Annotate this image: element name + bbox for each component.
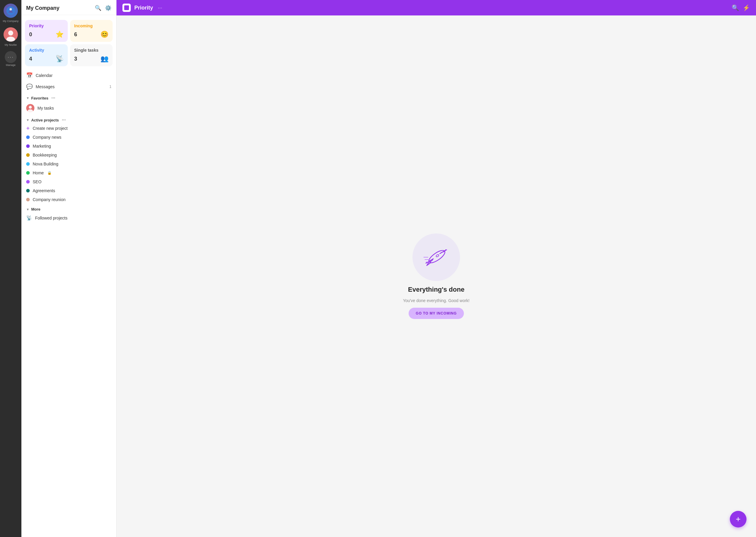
- plane-illustration: [413, 233, 460, 281]
- company-news-label: Company news: [33, 135, 62, 140]
- activity-card-label: Activity: [29, 48, 64, 53]
- messages-label: Messages: [36, 84, 55, 89]
- incoming-icon: 😊: [101, 31, 109, 38]
- settings-button[interactable]: ⚙️: [105, 5, 111, 11]
- single-tasks-icon: 👥: [101, 55, 109, 63]
- activity-count: 4: [29, 56, 32, 62]
- priority-count: 0: [29, 31, 32, 38]
- empty-state: Everything's done You've done everything…: [403, 233, 469, 319]
- home-dot: [26, 171, 30, 175]
- nova-building-dot: [26, 162, 30, 166]
- manage-label: Manage: [6, 63, 16, 66]
- more-label: More: [31, 207, 40, 212]
- bookkeeping-label: Bookkeeping: [33, 153, 57, 157]
- incoming-card[interactable]: Incoming 6 😊: [70, 20, 113, 42]
- incoming-card-label: Incoming: [74, 23, 109, 28]
- favorites-more-icon[interactable]: ···: [51, 95, 55, 101]
- sidebar-actions: 🔍 ⚙️: [95, 5, 111, 11]
- topbar: Priority ··· 🔍 ⚡: [116, 0, 756, 16]
- home-label: Home: [33, 171, 44, 175]
- topbar-search-icon[interactable]: 🔍: [732, 4, 739, 11]
- messages-icon: 💬: [26, 83, 33, 90]
- app-logo: [122, 4, 131, 12]
- company-news-dot: [26, 136, 30, 139]
- svg-point-3: [8, 31, 13, 36]
- user-avatar[interactable]: [4, 27, 18, 42]
- cards-grid: Priority 0 ⭐ Incoming 6 😊 Activity 4: [22, 18, 116, 70]
- agreements-item[interactable]: Agreements: [22, 186, 116, 195]
- create-project-label: Create new project: [33, 126, 68, 131]
- nav-calendar[interactable]: 📅 Calendar: [22, 70, 116, 81]
- search-button[interactable]: 🔍: [95, 5, 101, 11]
- my-tasks-item[interactable]: My tasks: [22, 102, 116, 114]
- more-header: ▼ More: [22, 204, 116, 213]
- activity-icon: 📡: [56, 55, 64, 63]
- svg-point-9: [436, 254, 439, 258]
- active-projects-header: ▼ Active projects ···: [22, 114, 116, 124]
- marketing-item[interactable]: Marketing: [22, 142, 116, 150]
- incoming-count: 6: [74, 31, 77, 38]
- company-reunion-label: Company reunion: [33, 197, 66, 202]
- active-projects-chevron: ▼: [26, 118, 29, 122]
- topbar-title: Priority: [134, 5, 153, 11]
- single-tasks-count: 3: [74, 56, 77, 62]
- marketing-dot: [26, 145, 30, 148]
- nav-messages[interactable]: 💬 Messages 1: [22, 81, 116, 92]
- priority-card-label: Priority: [29, 23, 64, 28]
- followed-projects-label: Followed projects: [35, 216, 67, 220]
- more-chevron: ▼: [26, 208, 29, 211]
- marketing-label: Marketing: [33, 144, 51, 148]
- seo-label: SEO: [33, 180, 42, 184]
- active-projects-label: Active projects: [31, 118, 59, 122]
- sidebar-header: My Company 🔍 ⚙️: [22, 0, 116, 15]
- single-tasks-card-label: Single tasks: [74, 48, 109, 53]
- content-area: Everything's done You've done everything…: [116, 16, 756, 537]
- main-content: Priority ··· 🔍 ⚡: [116, 0, 756, 537]
- seo-dot: [26, 180, 30, 184]
- create-project-item[interactable]: + Create new project: [22, 124, 116, 133]
- manage-button[interactable]: ··· Manage: [5, 51, 17, 66]
- priority-icon: ⭐: [56, 31, 64, 38]
- go-to-incoming-button[interactable]: GO TO MY INCOMING: [409, 308, 464, 319]
- single-tasks-card[interactable]: Single tasks 3 👥: [70, 44, 113, 66]
- plus-icon: +: [26, 127, 30, 130]
- empty-title: Everything's done: [408, 286, 465, 293]
- sidebar: My Company 🔍 ⚙️ Priority 0 ⭐ Incoming 6 …: [22, 0, 116, 537]
- company-news-item[interactable]: Company news: [22, 133, 116, 142]
- favorites-label: Favorites: [31, 96, 48, 101]
- lock-icon: 🔒: [47, 171, 52, 175]
- svg-point-6: [29, 106, 32, 109]
- messages-badge: 1: [110, 85, 111, 89]
- priority-card[interactable]: Priority 0 ⭐: [25, 20, 68, 42]
- calendar-icon: 📅: [26, 72, 33, 79]
- favorites-header: ▼ Favorites ···: [22, 92, 116, 102]
- sidebar-title: My Company: [26, 5, 60, 11]
- company-avatar[interactable]: [4, 4, 18, 18]
- calendar-label: Calendar: [36, 73, 53, 78]
- bookkeeping-dot: [26, 153, 30, 157]
- agreements-dot: [26, 189, 30, 192]
- topbar-filter-icon[interactable]: ⚡: [743, 4, 750, 11]
- svg-point-1: [10, 8, 12, 10]
- company-reunion-item[interactable]: Company reunion: [22, 195, 116, 204]
- active-projects-more-icon[interactable]: ···: [62, 117, 66, 123]
- company-label: My Company: [3, 20, 19, 22]
- fab-button[interactable]: +: [730, 511, 746, 527]
- agreements-label: Agreements: [33, 188, 55, 193]
- left-rail: My Company My Nozbe ··· Manage: [0, 0, 22, 537]
- nozbe-label: My Nozbe: [5, 43, 17, 46]
- activity-card[interactable]: Activity 4 📡: [25, 44, 68, 66]
- nova-building-label: Nova Building: [33, 162, 58, 166]
- bookkeeping-item[interactable]: Bookkeeping: [22, 150, 116, 159]
- home-item[interactable]: Home 🔒: [22, 168, 116, 177]
- favorites-chevron: ▼: [26, 96, 29, 100]
- topbar-right: 🔍 ⚡: [732, 4, 750, 11]
- my-tasks-label: My tasks: [37, 106, 54, 110]
- sidebar-scroll[interactable]: Priority 0 ⭐ Incoming 6 😊 Activity 4: [22, 15, 116, 537]
- followed-projects-item[interactable]: 📡 Followed projects: [22, 213, 116, 223]
- seo-item[interactable]: SEO: [22, 177, 116, 186]
- followed-projects-icon: 📡: [26, 215, 32, 221]
- nova-building-item[interactable]: Nova Building: [22, 159, 116, 168]
- logo-inner: [124, 5, 129, 10]
- topbar-more-button[interactable]: ···: [158, 5, 162, 11]
